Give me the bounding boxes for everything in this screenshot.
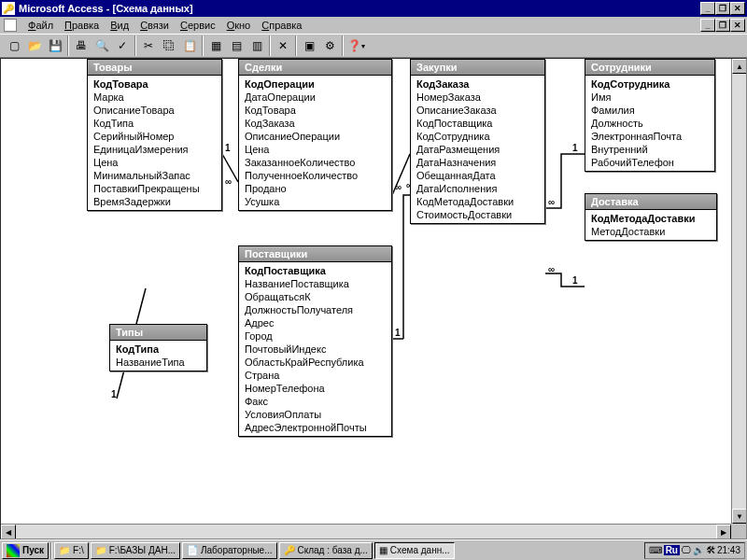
table-types[interactable]: ТипыКодТипаНазваниеТипа [109,324,207,371]
field[interactable]: СерийныйНомер [92,130,218,143]
taskbar-item[interactable]: 📁F:\ [54,542,89,559]
table-goods[interactable]: ТоварыКодТовараМаркаОписаниеТовараКодТип… [87,59,222,211]
table-header[interactable]: Товары [88,60,221,76]
field[interactable]: Усушка [243,195,388,208]
close-button[interactable]: ✕ [730,2,745,15]
field[interactable]: КодСотрудника [589,77,711,91]
taskbar-item[interactable]: 🔑Склад : база д... [279,542,373,559]
field[interactable]: ПолученноеКоличество [243,169,388,182]
field[interactable]: АдресЭлектроннойПочты [243,421,388,434]
field[interactable]: КодТипа [114,343,203,356]
field[interactable]: Марка [92,91,218,104]
taskbar-item[interactable]: 📄Лабораторные... [182,542,277,559]
taskbar-item[interactable]: 📁F:\БАЗЫ ДАН... [91,542,180,559]
mdi-close-button[interactable]: ✕ [730,19,745,32]
table-header[interactable]: Типы [110,325,206,341]
field[interactable]: ЕдиницаИзмерения [92,143,218,156]
menu-окно[interactable]: Окно [221,19,257,32]
field[interactable]: КодТовара [92,77,218,91]
field[interactable]: ОписаниеТовара [92,104,218,117]
field[interactable]: ДатаОперации [243,91,388,104]
menu-вид[interactable]: Вид [105,19,134,32]
field[interactable]: ДолжностьПолучателя [243,303,388,316]
lang-indicator[interactable]: Ru [664,545,680,555]
field[interactable]: КодТовара [243,104,388,117]
menu-правка[interactable]: Правка [59,19,105,32]
field[interactable]: КодМетодаДоставки [415,195,541,208]
table-suppliers[interactable]: ПоставщикиКодПоставщикаНазваниеПоставщик… [238,245,392,437]
field[interactable]: Цена [92,156,218,169]
mdi-minimize-button[interactable]: _ [700,19,715,32]
scroll-down-icon[interactable]: ▼ [732,509,747,524]
field[interactable]: СтоимостьДоставки [415,208,541,221]
delete-icon[interactable]: ✕ [273,35,293,56]
table-header[interactable]: Доставка [585,194,716,210]
field[interactable]: Продано [243,182,388,195]
tool-icon[interactable]: 🛠 [706,545,715,555]
start-button[interactable]: Пуск [2,542,49,559]
field[interactable]: ВремяЗадержки [92,195,218,208]
field[interactable]: Город [243,329,388,343]
field[interactable]: РабочийТелефон [589,156,711,169]
properties-icon[interactable]: ▣ [299,35,319,56]
field[interactable]: МетодДоставки [589,225,712,238]
field[interactable]: Внутренний [589,143,711,156]
field[interactable]: КодТипа [92,117,218,130]
vertical-scrollbar[interactable]: ▲ ▼ [731,59,746,524]
field[interactable]: ПочтовыйИндекс [243,343,388,356]
field[interactable]: НомерТелефона [243,382,388,395]
field[interactable]: ДатаИсполнения [415,182,541,195]
horizontal-scrollbar[interactable]: ◀ ▶ [1,524,731,539]
scroll-left-icon[interactable]: ◀ [1,525,16,539]
taskbar-item[interactable]: ▦Схема данн... [374,542,455,559]
field[interactable]: Адрес [243,316,388,329]
print-icon[interactable]: 🖶 [71,35,92,56]
field[interactable]: ЗаказанноеКоличество [243,156,388,169]
field[interactable]: ОписаниеОперации [243,130,388,143]
table-delivery[interactable]: ДоставкаКодМетодаДоставкиМетодДоставки [585,193,717,241]
mdi-restore-button[interactable]: ❐ [715,19,730,32]
menu-файл[interactable]: Файл [22,19,59,32]
field[interactable]: КодПоставщика [415,117,541,130]
menu-справка[interactable]: Справка [256,19,307,32]
scroll-up-icon[interactable]: ▲ [732,59,747,74]
table-header[interactable]: Сделки [239,60,391,76]
field[interactable]: КодСотрудника [415,130,541,143]
relationships-canvas[interactable]: 1 ∞ ∞ 1 ∞ 1 ∞ 1 ∞ 1 ∞ 1 ТоварыКодТовараМ… [0,58,747,539]
field[interactable]: Имя [589,91,711,104]
field[interactable]: ДатаРазмещения [415,143,541,156]
field[interactable]: ЭлектроннаяПочта [589,130,711,143]
help-icon[interactable]: ❓▾ [345,35,366,56]
table-header[interactable]: Закупки [411,60,544,76]
table-deals[interactable]: СделкиКодОперацииДатаОперацииКодТовараКо… [238,59,392,211]
keyboard-icon[interactable]: ⌨ [649,545,662,555]
show-all-icon[interactable]: ▥ [247,35,267,56]
table-header[interactable]: Поставщики [239,246,391,262]
field[interactable]: МинимальныйЗапас [92,169,218,182]
field[interactable]: Страна [243,369,388,382]
field[interactable]: ПоставкиПрекращены [92,182,218,195]
table-purchases[interactable]: ЗакупкиКодЗаказаНомерЗаказаОписаниеЗаказ… [410,59,545,224]
scroll-right-icon[interactable]: ▶ [716,525,731,539]
field[interactable]: УсловияОплаты [243,408,388,421]
field[interactable]: ОписаниеЗаказа [415,104,541,117]
field[interactable]: КодПоставщика [243,264,388,277]
minimize-button[interactable]: _ [700,2,715,15]
field[interactable]: ОбещаннаяДата [415,169,541,182]
field[interactable]: ДатаНазначения [415,156,541,169]
volume-icon[interactable]: 🔊 [693,545,704,555]
open-icon[interactable]: 📂 [24,35,45,56]
field[interactable]: ОбластьКрайРеспублика [243,356,388,369]
new-doc-icon[interactable]: ▢ [4,35,24,56]
field[interactable]: Цена [243,143,388,156]
table-employees[interactable]: СотрудникиКодСотрудникаИмяФамилияДолжнос… [585,59,715,172]
field[interactable]: НомерЗаказа [415,91,541,104]
maximize-button[interactable]: ❐ [715,2,730,15]
field[interactable]: ОбращатьсяК [243,290,388,303]
display-icon[interactable]: 🖵 [682,545,691,555]
preview-icon[interactable]: 🔍 [92,35,112,56]
field[interactable]: НазваниеПоставщика [243,277,388,290]
cut-icon[interactable]: ✂ [138,35,159,56]
menu-сервис[interactable]: Сервис [175,19,221,32]
spellcheck-icon[interactable]: ✓ [112,35,133,56]
